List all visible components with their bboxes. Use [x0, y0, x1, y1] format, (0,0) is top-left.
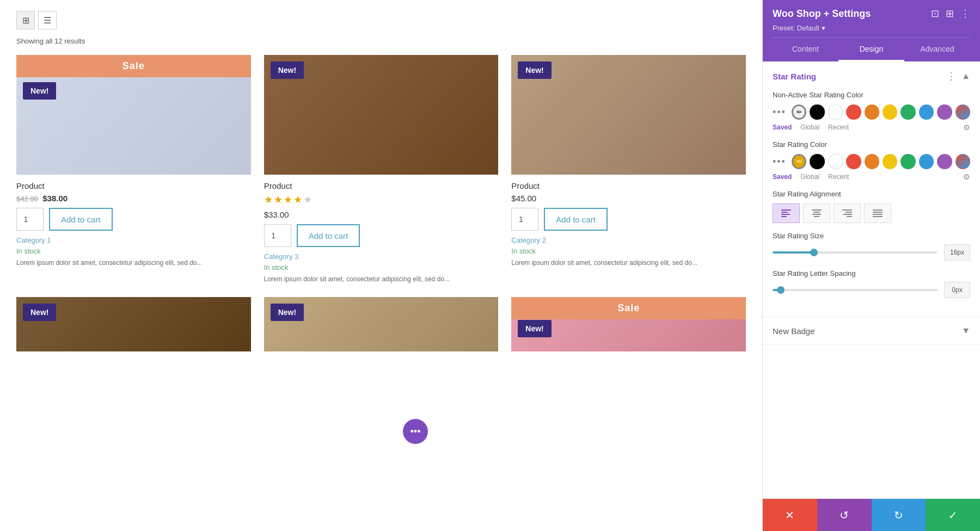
- focus-icon[interactable]: ⊡: [931, 8, 939, 20]
- align-justify-button[interactable]: [864, 203, 891, 223]
- align-right-button[interactable]: [834, 203, 861, 223]
- color-gear-icon[interactable]: ⚙: [963, 123, 970, 132]
- size-slider-thumb[interactable]: [810, 249, 818, 256]
- bottom-toolbar: ✕ ↺ ↻ ✓: [763, 498, 980, 531]
- category-link[interactable]: Category 1: [16, 236, 251, 244]
- color-tab-saved-2[interactable]: Saved: [773, 173, 792, 181]
- qty-input[interactable]: [511, 208, 538, 231]
- size-slider-track[interactable]: [773, 251, 938, 254]
- settings-header-icons: ⊡ ⊞ ⋮: [931, 8, 970, 20]
- color-swatch-orange-2[interactable]: [865, 154, 879, 169]
- color-tab-recent-2[interactable]: Recent: [828, 173, 849, 181]
- in-stock-label: In stock: [264, 263, 499, 271]
- product-card: New!: [16, 297, 251, 358]
- undo-button[interactable]: ↺: [817, 499, 872, 531]
- grid-view-button[interactable]: ⊞: [16, 11, 35, 29]
- color-tab-global[interactable]: Global: [800, 124, 819, 131]
- color-swatch-white[interactable]: [828, 104, 843, 120]
- new-badge-header[interactable]: New Badge ▼: [763, 317, 980, 344]
- star-filled: ★: [264, 194, 273, 206]
- qty-input[interactable]: [264, 224, 291, 247]
- color-swatch-star-active[interactable]: ✏: [792, 154, 806, 169]
- product-card: New! Product ★ ★ ★ ★ ★ $33.00 Add to car…: [264, 55, 499, 284]
- color-swatch-gradient[interactable]: [955, 104, 970, 120]
- color-swatch-purple-2[interactable]: [937, 154, 952, 169]
- product-title: Product: [264, 181, 499, 190]
- preset-row[interactable]: Preset: Default ▾: [773, 24, 970, 32]
- color-swatch-blue[interactable]: [919, 104, 934, 120]
- price-original: $42.00: [16, 195, 38, 203]
- svg-rect-0: [781, 209, 791, 211]
- color-swatch-red[interactable]: [846, 104, 861, 120]
- grid-icon[interactable]: ⊞: [946, 8, 954, 20]
- tab-design[interactable]: Design: [838, 38, 904, 61]
- section-header[interactable]: Star Rating ⋮ ▲: [763, 61, 980, 91]
- more-options-icon[interactable]: ⋮: [960, 8, 970, 20]
- product-image: Sale New!: [511, 297, 746, 351]
- category-link[interactable]: Category 2: [511, 236, 746, 244]
- align-justify-icon: [873, 209, 883, 217]
- list-view-button[interactable]: ☰: [38, 11, 57, 29]
- color-swatch-black-2[interactable]: [810, 154, 824, 169]
- add-to-cart-button[interactable]: Add to cart: [297, 224, 360, 247]
- svg-rect-10: [843, 214, 852, 215]
- align-center-button[interactable]: [803, 203, 830, 223]
- settings-title: Woo Shop + Settings: [773, 8, 871, 20]
- category-link[interactable]: Category 3: [264, 252, 499, 261]
- letter-spacing-slider-track[interactable]: [773, 289, 938, 291]
- align-center-icon: [812, 209, 822, 217]
- price-regular: $45.00: [511, 194, 536, 203]
- color-dots-icon[interactable]: •••: [773, 107, 786, 118]
- align-left-button[interactable]: [773, 203, 800, 223]
- section-more-icon[interactable]: ⋮: [946, 70, 956, 82]
- color-swatch-red-2[interactable]: [846, 154, 861, 169]
- color-swatch-white-2[interactable]: [828, 154, 843, 169]
- section-collapse-icon[interactable]: ▲: [961, 71, 970, 81]
- qty-input[interactable]: [16, 208, 44, 231]
- color-swatch-orange[interactable]: [865, 104, 879, 120]
- letter-spacing-label: Star Rating Letter Spacing: [773, 269, 970, 277]
- dots-icon: •••: [411, 426, 421, 437]
- color-dots-icon-2[interactable]: •••: [773, 156, 786, 168]
- new-badge-section: New Badge ▼: [763, 317, 980, 345]
- sale-banner: Sale: [16, 55, 251, 77]
- product-image-wrap: Sale New!: [16, 55, 251, 175]
- section-title: Star Rating: [773, 72, 816, 81]
- color-swatch-yellow[interactable]: [883, 104, 897, 120]
- results-count: Showing all 12 results: [16, 37, 746, 45]
- color-tab-global-2[interactable]: Global: [800, 173, 819, 181]
- letter-spacing-slider-thumb[interactable]: [777, 286, 785, 294]
- price-sale: $38.00: [42, 194, 68, 203]
- floating-dots-button[interactable]: •••: [403, 419, 428, 444]
- new-badge-expand-icon[interactable]: ▼: [961, 326, 970, 336]
- save-button[interactable]: ✓: [926, 499, 980, 531]
- letter-spacing-slider-value[interactable]: 0px: [944, 282, 970, 298]
- color-swatch-green[interactable]: [901, 104, 915, 120]
- product-card: Sale New!: [511, 297, 746, 358]
- color-swatch-green-2[interactable]: [901, 154, 915, 169]
- svg-rect-13: [873, 212, 883, 213]
- color-gear-icon-2[interactable]: ⚙: [963, 172, 970, 181]
- color-swatch-blue-2[interactable]: [919, 154, 934, 169]
- new-badge: New!: [23, 304, 56, 321]
- tab-advanced[interactable]: Advanced: [904, 38, 970, 61]
- product-description: Lorem ipsum dolor sit amet, consectetur …: [511, 258, 746, 268]
- svg-rect-12: [873, 209, 883, 211]
- add-to-cart-button[interactable]: Add to cart: [544, 208, 608, 231]
- redo-button[interactable]: ↻: [872, 499, 926, 531]
- color-swatch-purple[interactable]: [937, 104, 952, 120]
- color-tab-recent[interactable]: Recent: [828, 124, 849, 131]
- cancel-button[interactable]: ✕: [763, 499, 817, 531]
- color-swatch-black[interactable]: [810, 104, 824, 120]
- color-tab-saved[interactable]: Saved: [773, 124, 792, 131]
- settings-panel: Woo Shop + Settings ⊡ ⊞ ⋮ Preset: Defaul…: [762, 0, 980, 531]
- color-swatch-yellow-2[interactable]: [883, 154, 897, 169]
- price-regular: $33.00: [264, 210, 289, 219]
- add-to-cart-button[interactable]: Add to cart: [49, 208, 113, 231]
- star-empty: ★: [303, 194, 312, 206]
- color-swatch-brush[interactable]: ✏: [792, 104, 806, 120]
- color-swatch-gradient-2[interactable]: [955, 154, 970, 169]
- tab-content[interactable]: Content: [773, 38, 838, 61]
- new-badge: New!: [271, 304, 304, 321]
- size-slider-value[interactable]: 16px: [944, 244, 970, 261]
